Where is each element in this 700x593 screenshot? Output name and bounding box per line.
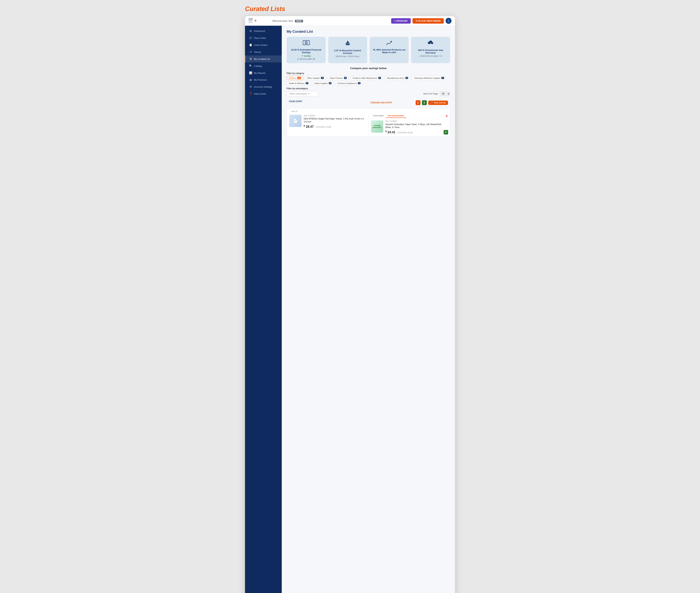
sidebar-item-my-finances[interactable]: 🏛 My Finances [245,76,282,83]
our-product-name: Seventh Generation, Paper Towel, 2 Ply(s… [385,123,448,129]
chart-up-icon [386,40,393,47]
items-per-page-select[interactable]: 50 25 100 [440,91,450,96]
page-main-title: Curated Lists [245,5,455,12]
our-product-price: $ 24.41 [385,130,396,134]
our-stuff-product-col: Exact match Recommendation 🗑 seventh gen… [368,113,450,136]
welcome-message: Welcome back, Nick BASIC [272,19,388,22]
chevron-down-icon: ▾ [309,92,310,95]
choose-stuff-actions: ⬇ ⬇ 🛒 View Cart (4) [416,100,448,105]
sidebar-item-place-order[interactable]: 🛒 Place Order [245,35,282,41]
money-icon: $ [303,40,310,47]
help-icon: ❓ [249,92,252,95]
product-tabs: Exact match Recommendation [371,114,441,118]
cart-icon: 🛒 [249,36,252,40]
your-product-name: GEN SF5001K Single-Fold Paper Towels, 1-… [304,117,366,123]
filter-category-label: Filter by category [287,72,450,75]
view-cart-button[interactable]: 🛒 View Cart (4) [428,101,448,105]
your-product-price: $ 28.47 [304,125,314,128]
sidebar: ⊞ Dashboard 🛒 Place Order 📋 Active Order… [245,26,282,593]
our-product-image: seventh generation [371,120,383,132]
category-filter-tags: All Items 14 Office Supplies 2 Paper Pro… [287,76,450,85]
your-product-info: SKU: E139ID9 GEN SF5001K Single-Fold Pap… [304,115,366,128]
sidebar-item-catalog[interactable]: 🔍 Catalog [245,63,282,70]
filter-tag-safety-supplies[interactable]: Safety Supplies 2 [312,81,334,85]
item-number: Item #1 [289,109,300,112]
filter-tag-furniture[interactable]: Furniture & Appliances 1 [335,81,363,85]
history-icon: ↺ [249,50,252,53]
filter-subcategory-label: Filter by subcategory [287,87,450,90]
delete-product-button[interactable]: 🗑 [445,114,448,118]
dashboard-icon: ⊞ [249,29,252,33]
app-header: SEND1-2-3Source ✈ Welcome back, Nick BAS… [245,16,455,26]
finances-icon: 🏛 [249,78,252,81]
basic-badge: BASIC [295,20,303,23]
our-product-pricing: $ 24.41 COST/UNIT: $7.805 [385,130,448,134]
logo-plane-icon: ✈ [254,18,257,23]
stat-card-recycled-content: 2.37 % Recycled Content Increase ( $0.44… [328,37,367,63]
sidebar-item-accounts-settings[interactable]: ⚙ Accounts Settings [245,83,282,90]
tab-recommendation[interactable]: Recommendation [386,114,406,118]
compare-title: Compare your savings below [287,67,450,70]
greenhouse-value: 100 % Greenhouse Gas Decrease [414,49,448,54]
recycled-content-value: 2.37 % Recycled Content Increase [330,49,365,54]
recycle-icon [345,40,351,47]
subcategory-row: Select subcategory ▾ Items Per Page: 50 … [287,91,450,96]
filter-tag-office-supplies[interactable]: Office Supplies 2 [305,76,326,80]
our-product-sku: SKU: E139ID9 [385,120,448,122]
settings-icon: ⚙ [249,85,252,88]
filter-tag-facility[interactable]: Facility & Utility Maintenance 2 [350,76,383,80]
table-header: YOUR STUFF CHOOSE OUR STUFF ⬇ ⬇ 🛒 View C… [287,99,450,107]
product-row: Item #1 📄 SKU: E139ID9 GEN SF5001K Singl… [287,108,450,136]
svg-text:$: $ [306,42,307,44]
page-title-bar: Curated Lists [245,3,455,16]
sidebar-item-my-reports[interactable]: 📊 My Reports [245,70,282,76]
user-avatar[interactable]: 👤 [445,18,452,24]
list-icon: ☰ [249,57,252,61]
logo-text: SEND1-2-3Source [248,18,253,24]
place-order-button[interactable]: ✈ PLACE NEW ORDER [413,18,444,24]
filter-tag-all-items[interactable]: All Items 14 [287,76,304,80]
logo-area: SEND1-2-3Source ✈ [248,18,270,24]
recycled-content-sub: ( $0.44 % Avg. + $1.64 % Avg. ) [335,55,360,57]
financial-savings-value: 10.29 % Estimated Financial Savings [289,48,323,54]
stat-card-greenhouse: 100 % Greenhouse Gas Decrease ( 12623.44… [411,37,450,63]
filter-by-category-section: Filter by category All Items 14 Office S… [287,72,450,85]
items-per-page-control: Items Per Page: 50 25 100 [423,91,450,96]
filter-by-subcategory-section: Filter by subcategory Select subcategory… [287,87,450,96]
financial-savings-sub: on 188 items ($807.30) [297,58,315,60]
subcategory-select[interactable]: Select subcategory ▾ [287,91,318,96]
reports-icon: 📊 [249,71,252,75]
main-layout: ⊞ Dashboard 🛒 Place Order 📋 Active Order… [245,26,455,593]
filter-tag-misc[interactable]: Miscellaneous Items 2 [385,76,411,80]
cart-icon-small: 🛒 [431,102,433,104]
filter-tag-cleaning[interactable]: Cleaning & Bathroom Supplies 3 [412,76,446,80]
browser-window: SEND1-2-3Source ✈ Welcome back, Nick BAS… [245,16,455,593]
orders-icon: 📋 [249,43,252,46]
search-icon: 🔍 [249,64,252,68]
our-product-info: SKU: E139ID9 Seventh Generation, Paper T… [385,120,448,134]
verified-badge: Verified [302,55,311,57]
sidebar-item-dashboard[interactable]: ⊞ Dashboard [245,28,282,35]
filter-tag-paper-products[interactable]: Paper Products 2 [327,76,349,80]
filter-tag-health-wellness[interactable]: Health & Wellness 2 [287,81,311,85]
your-product-sku: SKU: E139ID9 [304,115,366,117]
your-stuff-header: YOUR STUFF [287,99,368,107]
your-product-pricing: $ 28.47 COST/UNIT: $7.805 [304,124,366,128]
our-product-cost-unit: COST/UNIT: $7.805 [397,132,413,134]
download-orange-button[interactable]: ⬇ [416,100,421,105]
sidebar-item-help-center[interactable]: ❓ Help Center [245,90,282,97]
choose-stuff-header: CHOOSE OUR STUFF ⬇ ⬇ 🛒 View Cart (4) [368,99,450,107]
greenhouse-sub: ( 12623.44 lbs of carbon + 0 ) [419,55,442,57]
stats-grid: $ 10.29 % Estimated Financial Savings Ve… [287,37,450,63]
tab-exact-match[interactable]: Exact match [371,114,386,118]
made-in-usa-value: 79. 66% Selected Products are Made In US… [372,48,406,54]
add-to-cart-button[interactable]: ✔ [443,130,448,134]
download-cloud-icon [427,40,434,47]
header-actions: + UPGRADE ✈ PLACE NEW ORDER 👤 [391,18,452,24]
your-product-image: 📄 [289,115,302,127]
sidebar-item-history[interactable]: ↺ History [245,48,282,55]
upgrade-button[interactable]: + UPGRADE [391,18,411,24]
download-green-button[interactable]: ⬇ [422,100,427,105]
sidebar-item-active-orders[interactable]: 📋 Active Orders [245,41,282,48]
sidebar-item-my-curated-list[interactable]: ☰ My Curated List [245,55,282,63]
